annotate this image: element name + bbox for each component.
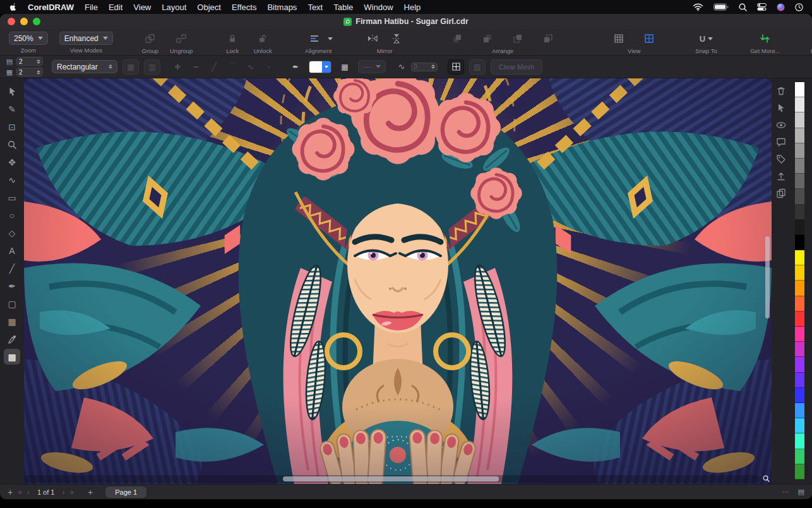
menu-item-view[interactable]: View: [133, 3, 151, 12]
overflow-menu-button[interactable]: ⋯: [782, 488, 789, 496]
menu-item-file[interactable]: File: [85, 3, 98, 12]
page-tab[interactable]: Page 1: [105, 487, 146, 498]
eye-icon[interactable]: [776, 120, 786, 130]
zoom-window-button[interactable]: [33, 18, 40, 25]
forward-one-button[interactable]: [507, 32, 528, 45]
frame-tool[interactable]: ▢: [4, 296, 20, 311]
previous-page-button[interactable]: ‹: [27, 488, 30, 497]
color-swatch[interactable]: [795, 159, 804, 174]
to-front-button[interactable]: [446, 32, 468, 45]
polygon-tool[interactable]: ◇: [4, 225, 20, 241]
mirror-horizontal-button[interactable]: [362, 32, 383, 45]
chevron-down-icon[interactable]: [708, 37, 713, 40]
to-back-button[interactable]: [477, 32, 498, 45]
battery-icon[interactable]: [713, 3, 729, 11]
spotlight-search-icon[interactable]: [739, 3, 747, 11]
color-swatch[interactable]: [795, 205, 804, 220]
color-swatch[interactable]: [795, 373, 804, 388]
clear-mesh-button[interactable]: Clear Mesh: [491, 59, 542, 75]
chevron-down-icon[interactable]: [328, 37, 333, 40]
view-inspect-button[interactable]: [638, 32, 660, 45]
menu-item-table[interactable]: Table: [333, 3, 353, 12]
mesh-type-dropdown[interactable]: Rectangular: [52, 60, 117, 73]
crop-tool[interactable]: ⊡: [4, 119, 20, 135]
interactive-fill-grid-icon[interactable]: ▦: [337, 59, 353, 75]
minimize-window-button[interactable]: [20, 18, 28, 25]
mesh-rows-spinner[interactable]: 2: [16, 57, 43, 66]
mesh-fill-tool[interactable]: ▩: [4, 349, 20, 365]
upload-icon[interactable]: [776, 171, 786, 181]
color-swatch[interactable]: [795, 449, 804, 464]
symmetric-node-button[interactable]: ▫: [261, 59, 277, 75]
horizontal-scrollbar[interactable]: [283, 476, 499, 481]
mesh-smooth-button[interactable]: ▨: [469, 59, 486, 75]
color-swatch[interactable]: [795, 357, 804, 372]
clock-icon[interactable]: [795, 3, 803, 11]
comment-icon[interactable]: [776, 137, 786, 147]
menu-item-window[interactable]: Window: [364, 3, 393, 12]
shape-tool[interactable]: ✎: [4, 101, 20, 117]
alignment-button[interactable]: [304, 32, 325, 45]
color-swatch[interactable]: [795, 403, 804, 418]
canvas-viewport[interactable]: [24, 78, 772, 484]
color-swatch[interactable]: [795, 418, 804, 433]
mesh-options-button[interactable]: [448, 59, 464, 75]
color-swatch[interactable]: [795, 235, 804, 250]
pattern-fill-tool[interactable]: ▦: [4, 313, 20, 329]
pick-icon[interactable]: [776, 103, 786, 113]
color-swatch[interactable]: [795, 112, 804, 128]
rectangle-tool[interactable]: ▭: [4, 190, 20, 205]
fill-color-dropdown[interactable]: [322, 61, 331, 73]
unlock-button[interactable]: [252, 32, 273, 45]
smooth-node-button[interactable]: ∿: [242, 59, 259, 75]
remove-intersection-button[interactable]: ▥: [144, 59, 160, 75]
palette-options-icon[interactable]: ▤: [798, 488, 804, 496]
mirror-vertical-button[interactable]: [386, 32, 407, 45]
ungroup-button[interactable]: [170, 32, 192, 45]
control-center-icon[interactable]: [757, 3, 767, 11]
menu-item-text[interactable]: Text: [307, 3, 323, 12]
to-line-button[interactable]: ╱: [206, 59, 222, 75]
add-intersection-button[interactable]: ▦: [122, 59, 139, 75]
tag-icon[interactable]: [776, 154, 786, 164]
vertical-scrollbar[interactable]: [765, 236, 770, 318]
line-tool[interactable]: ╱: [4, 260, 20, 276]
color-swatch[interactable]: [795, 311, 804, 327]
mesh-fill-color-control[interactable]: [309, 61, 331, 73]
magnet-icon[interactable]: U: [700, 34, 705, 44]
next-page-button[interactable]: ›: [62, 488, 64, 497]
get-more-icon[interactable]: [755, 32, 776, 45]
convert-to-curve-button[interactable]: ✚: [169, 59, 186, 75]
color-swatch[interactable]: [795, 281, 804, 296]
last-page-button[interactable]: »: [69, 488, 74, 497]
color-swatch[interactable]: [795, 464, 804, 480]
text-tool[interactable]: A: [4, 243, 20, 258]
color-swatch[interactable]: [795, 97, 804, 112]
color-swatch[interactable]: [795, 265, 804, 281]
color-swatch[interactable]: [795, 433, 804, 449]
mesh-cols-spinner[interactable]: 2: [16, 68, 43, 76]
menu-item-object[interactable]: Object: [197, 3, 221, 12]
mesh-color-picker-button[interactable]: ✒: [287, 59, 304, 75]
add-page-button[interactable]: +: [8, 488, 13, 497]
transparency-spinner[interactable]: 0: [411, 63, 438, 71]
add-page-button-2[interactable]: +: [88, 488, 93, 497]
pages-icon[interactable]: [776, 188, 786, 198]
pick-tool[interactable]: [4, 83, 20, 99]
color-swatch[interactable]: [795, 342, 804, 357]
menu-item-layout[interactable]: Layout: [162, 3, 186, 12]
view-modes-dropdown[interactable]: Enhanced: [59, 32, 113, 45]
trash-icon[interactable]: [776, 86, 786, 96]
apple-menu[interactable]: [9, 3, 17, 11]
ellipse-tool[interactable]: ○: [4, 207, 20, 223]
siri-icon[interactable]: [777, 3, 785, 11]
color-swatch[interactable]: [795, 327, 804, 342]
canvas-artwork[interactable]: [24, 78, 772, 484]
curve-style-dropdown[interactable]: —: [358, 60, 386, 73]
color-swatch[interactable]: [795, 296, 804, 311]
view-grid-button[interactable]: [608, 32, 630, 45]
menu-item-edit[interactable]: Edit: [109, 3, 122, 12]
menu-item-help[interactable]: Help: [404, 3, 421, 12]
to-curve-button[interactable]: ⌒: [224, 59, 241, 75]
first-page-button[interactable]: «: [18, 488, 22, 497]
